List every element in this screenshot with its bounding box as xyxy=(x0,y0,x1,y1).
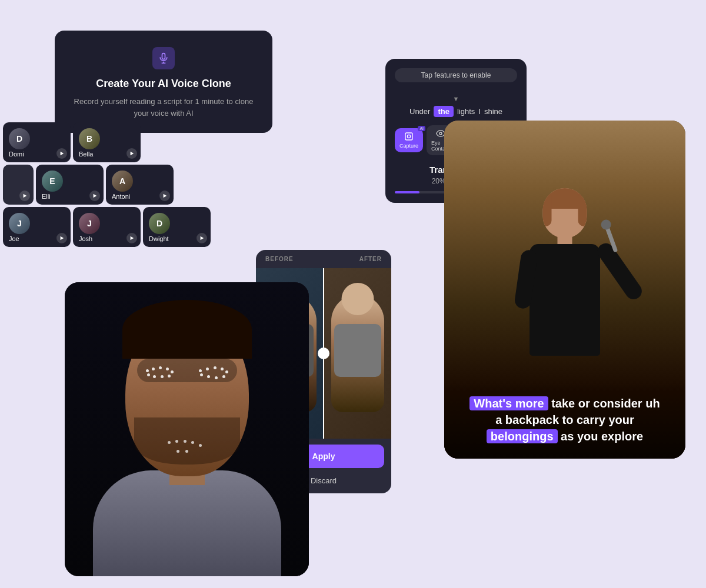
tool-capture-badge: AI xyxy=(418,126,425,131)
avatar-card-domi[interactable]: D Domi xyxy=(3,122,71,162)
before-label: BEFORE xyxy=(265,256,324,262)
voice-clone-desc: Record yourself reading a script for 1 m… xyxy=(69,96,258,119)
lyric-the-highlight: the xyxy=(434,106,454,117)
ba-after-image xyxy=(324,268,391,439)
lyric-i: I xyxy=(478,107,481,116)
avatar-card-elli[interactable]: E Elli xyxy=(36,165,104,205)
avatar-card-joe[interactable]: J Joe xyxy=(3,207,71,247)
play-button-domi[interactable] xyxy=(56,148,67,159)
svg-marker-4 xyxy=(131,152,134,155)
caption-belongings: belongings xyxy=(487,429,558,443)
avatar-card-dwight[interactable]: D Dwight xyxy=(143,207,211,247)
avatar-name-bella: Bella xyxy=(79,151,93,158)
avatar-row-2: E Elli A Antoni xyxy=(3,165,211,205)
avatar-name-joe: Joe xyxy=(9,235,19,242)
caption-text3: as you explore xyxy=(561,430,643,443)
svg-marker-6 xyxy=(94,194,97,198)
singer-caption: What's more take or consider uh a backpa… xyxy=(444,383,685,459)
singer-card: What's more take or consider uh a backpa… xyxy=(444,121,685,459)
avatar-name-elli: Elli xyxy=(42,193,51,200)
voice-clone-title: Create Your AI Voice Clone xyxy=(69,78,258,90)
play-button-antoni[interactable] xyxy=(159,191,170,201)
avatars-grid: D Domi B Bella E Elli A xyxy=(3,122,211,247)
avatar-name-dwight: Dwight xyxy=(149,235,169,242)
lyric-row: Under the lights I shine xyxy=(395,106,517,117)
after-label: AFTER xyxy=(324,256,382,262)
caption-whats-more: What's more xyxy=(469,396,548,410)
svg-marker-5 xyxy=(24,194,27,198)
lyric-shine: shine xyxy=(484,107,502,116)
avatar-face-joe: J xyxy=(9,213,30,234)
face-tracking-background xyxy=(65,282,309,576)
avatar-card-blank xyxy=(3,165,34,205)
avatar-face-elli: E xyxy=(42,171,63,192)
play-button-joe[interactable] xyxy=(56,233,67,243)
tap-features-label: Tap features to enable xyxy=(395,68,517,82)
svg-marker-9 xyxy=(131,236,134,240)
play-button-blank[interactable] xyxy=(19,191,30,201)
svg-rect-11 xyxy=(405,133,412,140)
svg-rect-0 xyxy=(162,54,165,59)
caption-text1: take or consider uh xyxy=(551,397,660,410)
play-button-josh[interactable] xyxy=(126,233,137,243)
avatar-row-3: J Joe J Josh D Dwight xyxy=(3,207,211,247)
lyric-lights: lights xyxy=(457,107,475,116)
play-button-elli[interactable] xyxy=(89,191,100,201)
svg-marker-10 xyxy=(201,236,204,240)
svg-marker-3 xyxy=(61,152,64,155)
avatar-name-antoni: Antoni xyxy=(112,193,130,200)
avatar-name-josh: Josh xyxy=(79,235,92,242)
voice-icon xyxy=(152,47,175,69)
avatar-card-antoni[interactable]: A Antoni xyxy=(106,165,174,205)
avatar-face-bella: B xyxy=(79,128,100,149)
avatar-name-domi: Domi xyxy=(9,151,24,158)
lyric-under: Under xyxy=(409,107,430,116)
tool-capture[interactable]: Capture AI xyxy=(395,128,423,152)
singer-background: What's more take or consider uh a backpa… xyxy=(444,121,685,459)
ba-divider-handle[interactable] xyxy=(318,348,329,359)
ba-header: BEFORE AFTER xyxy=(256,250,391,268)
avatar-face-josh: J xyxy=(79,213,100,234)
avatar-row-1: D Domi B Bella xyxy=(3,122,211,162)
avatar-face-antoni: A xyxy=(112,171,133,192)
svg-point-12 xyxy=(407,135,410,138)
avatar-card-josh[interactable]: J Josh xyxy=(73,207,141,247)
tool-capture-label: Capture xyxy=(399,143,418,149)
svg-marker-8 xyxy=(61,236,64,240)
caption-text2: a backpack to carry your xyxy=(495,413,634,426)
avatar-face-domi: D xyxy=(9,128,30,149)
voice-clone-card: Create Your AI Voice Clone Record yourse… xyxy=(55,31,272,133)
play-button-bella[interactable] xyxy=(126,148,137,159)
face-tracking-card xyxy=(65,282,309,576)
chevron-row: ▼ xyxy=(395,93,517,103)
svg-point-13 xyxy=(439,132,442,135)
avatar-card-bella[interactable]: B Bella xyxy=(73,122,141,162)
play-button-dwight[interactable] xyxy=(197,233,207,243)
progress-bar-fill xyxy=(395,191,419,193)
chevron-icon: ▼ xyxy=(453,95,459,102)
avatar-face-dwight: D xyxy=(149,213,170,234)
svg-marker-7 xyxy=(164,194,167,198)
